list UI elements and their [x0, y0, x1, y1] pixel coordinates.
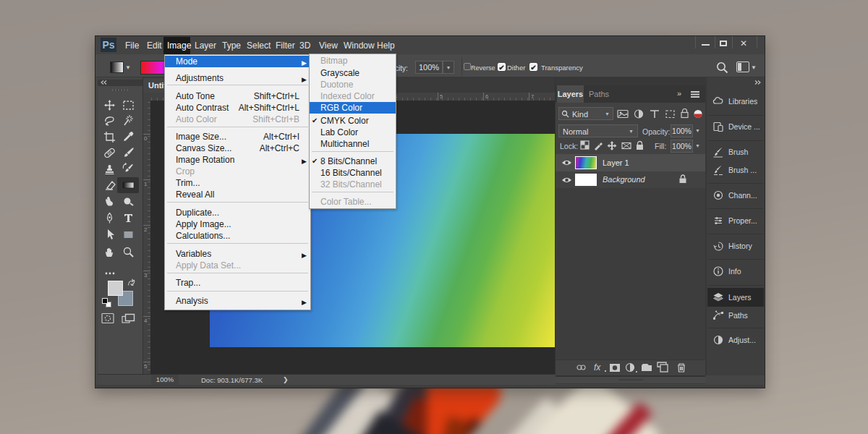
svg-text:fx: fx: [594, 362, 601, 373]
